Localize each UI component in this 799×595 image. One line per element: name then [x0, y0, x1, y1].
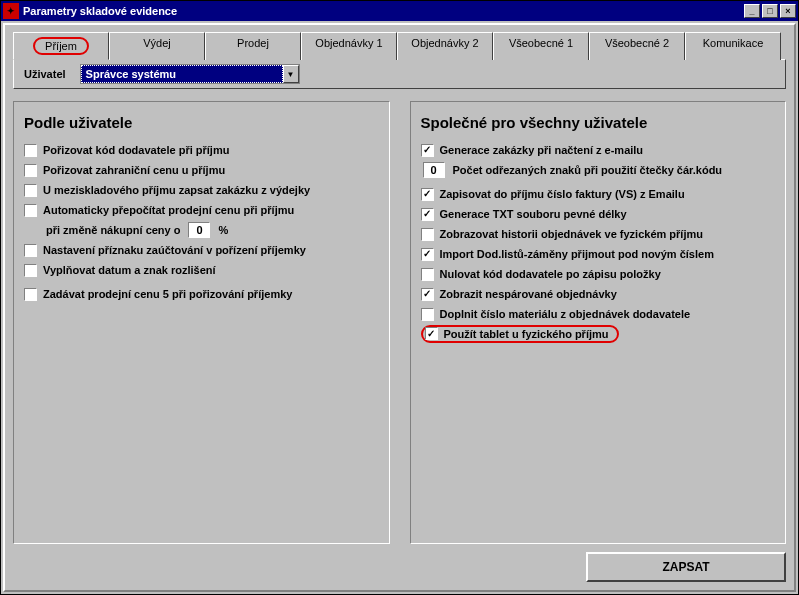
- chk-datum-znak[interactable]: Vyplňovat datum a znak rozlišení: [24, 261, 379, 279]
- maximize-button[interactable]: □: [762, 4, 778, 18]
- checkbox-icon[interactable]: [421, 144, 434, 157]
- save-button[interactable]: ZAPSAT: [586, 552, 786, 582]
- tab-komunikace[interactable]: Komunikace: [685, 32, 781, 60]
- row-zmena-ceny-pct: při změně nákupní ceny o 0 %: [24, 221, 379, 239]
- chk-nulovat-kod[interactable]: Nulovat kód dodavatele po zápisu položky: [421, 265, 776, 283]
- chk-doplnit-cislo-mat[interactable]: Doplnit číslo materiálu z objednávek dod…: [421, 305, 776, 323]
- window-body: Příjem Výdej Prodej Objednávky 1 Objedná…: [3, 23, 796, 592]
- row-pocet-znaku: 0 Počet odřezaných znaků při použití čte…: [421, 161, 776, 179]
- checkbox-icon[interactable]: [425, 327, 438, 340]
- input-zmena-ceny-pct[interactable]: 0: [188, 222, 210, 238]
- panel-all-users-title: Společné pro všechny uživatele: [421, 114, 776, 131]
- chk-import-dodlist[interactable]: Import Dod.listů-záměny přijmout pod nov…: [421, 245, 776, 263]
- chk-nesparovane-obj[interactable]: Zobrazit nespárované objednávky: [421, 285, 776, 303]
- app-icon: ✦: [3, 3, 19, 19]
- chk-historie-objednavek[interactable]: Zobrazovat historii objednávek ve fyzick…: [421, 225, 776, 243]
- tab-prijem[interactable]: Příjem: [13, 32, 109, 60]
- chk-prepocitat-cenu[interactable]: Automaticky přepočítat prodejní cenu při…: [24, 201, 379, 219]
- close-button[interactable]: ×: [780, 4, 796, 18]
- highlight-oval: Použít tablet u fyzického příjmu: [421, 325, 619, 343]
- tab-vydej[interactable]: Výdej: [109, 32, 205, 60]
- checkbox-icon[interactable]: [421, 188, 434, 201]
- chk-priznak-zauctoavni[interactable]: Nastavení příznaku zaúčtování v pořízení…: [24, 241, 379, 259]
- checkbox-icon[interactable]: [421, 308, 434, 321]
- tab-vseobecne-1[interactable]: Všeobecné 1: [493, 32, 589, 60]
- checkbox-icon[interactable]: [421, 288, 434, 301]
- tab-objednavky-1[interactable]: Objednávky 1: [301, 32, 397, 60]
- chk-zahranicni-cenu[interactable]: Pořizovat zahraniční cenu u příjmu: [24, 161, 379, 179]
- checkbox-icon[interactable]: [24, 244, 37, 257]
- footer: ZAPSAT: [13, 544, 786, 582]
- checkbox-icon[interactable]: [421, 268, 434, 281]
- tab-strip: Příjem Výdej Prodej Objednávky 1 Objedná…: [13, 31, 786, 59]
- input-pocet-znaku[interactable]: 0: [423, 162, 445, 178]
- titlebar: ✦ Parametry skladové evidence _ □ ×: [1, 1, 798, 21]
- checkbox-icon[interactable]: [421, 228, 434, 241]
- checkbox-icon[interactable]: [24, 184, 37, 197]
- checkbox-icon[interactable]: [24, 264, 37, 277]
- checkbox-icon[interactable]: [24, 164, 37, 177]
- tab-vseobecne-2[interactable]: Všeobecné 2: [589, 32, 685, 60]
- user-select-value: Správce systému: [81, 65, 283, 83]
- chk-prodejni-cena-5[interactable]: Zadávat prodejní cenu 5 při pořizování p…: [24, 285, 379, 303]
- window-title: Parametry skladové evidence: [23, 5, 742, 17]
- columns: Podle uživatele Pořizovat kód dodavatele…: [13, 101, 786, 544]
- panel-all-users: Společné pro všechny uživatele Generace …: [410, 101, 787, 544]
- user-label: Uživatel: [24, 68, 66, 80]
- checkbox-icon[interactable]: [24, 288, 37, 301]
- user-bar: Uživatel Správce systému ▼: [13, 59, 786, 89]
- chk-generace-txt[interactable]: Generace TXT souboru pevné délky: [421, 205, 776, 223]
- checkbox-icon[interactable]: [421, 248, 434, 261]
- chk-tablet-fyzicky-prijem[interactable]: Použít tablet u fyzického příjmu: [421, 325, 776, 343]
- panel-per-user-title: Podle uživatele: [24, 114, 379, 131]
- checkbox-icon[interactable]: [24, 144, 37, 157]
- checkbox-icon[interactable]: [421, 208, 434, 221]
- chk-mezisklad-zakazku[interactable]: U meziskladového příjmu zapsat zakázku z…: [24, 181, 379, 199]
- dropdown-icon[interactable]: ▼: [283, 65, 299, 83]
- chk-kod-dodavatele[interactable]: Pořizovat kód dodavatele při příjmu: [24, 141, 379, 159]
- checkbox-icon[interactable]: [24, 204, 37, 217]
- chk-zapisovat-fakturu[interactable]: Zapisovat do příjmu číslo faktury (VS) z…: [421, 185, 776, 203]
- chk-generace-zakazky[interactable]: Generace zakázky při načtení z e-mailu: [421, 141, 776, 159]
- tab-objednavky-2[interactable]: Objednávky 2: [397, 32, 493, 60]
- tab-prodej[interactable]: Prodej: [205, 32, 301, 60]
- minimize-button[interactable]: _: [744, 4, 760, 18]
- window: ✦ Parametry skladové evidence _ □ × Příj…: [0, 0, 799, 595]
- user-select[interactable]: Správce systému ▼: [80, 64, 300, 84]
- panel-per-user: Podle uživatele Pořizovat kód dodavatele…: [13, 101, 390, 544]
